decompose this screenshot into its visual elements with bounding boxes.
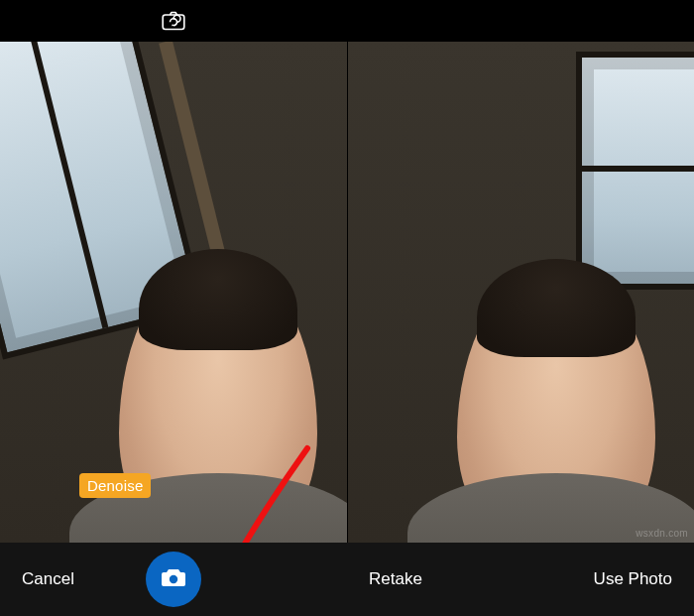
camera-bottom-bar: Cancel Retake Use Photo: [0, 543, 694, 616]
person-face: [119, 255, 317, 543]
review-controls: Retake Use Photo: [347, 543, 694, 616]
denoise-badge[interactable]: Denoise: [79, 473, 151, 498]
camera-icon: [161, 566, 186, 592]
cancel-button[interactable]: Cancel: [22, 569, 74, 589]
use-photo-button[interactable]: Use Photo: [594, 569, 672, 589]
camera-flip-icon[interactable]: [162, 11, 185, 31]
watermark-text: wsxdn.com: [636, 528, 688, 539]
svg-point-1: [170, 575, 177, 583]
person-face: [457, 265, 655, 543]
captured-photo-pane: [347, 42, 694, 543]
photo-compare-panes: Denoise: [0, 42, 694, 543]
live-preview-pane: Denoise: [0, 42, 347, 543]
camera-top-bar: [0, 0, 347, 42]
retake-button[interactable]: Retake: [369, 569, 422, 589]
capture-controls: Cancel: [0, 543, 347, 616]
window-graphic: [576, 52, 694, 290]
shutter-button[interactable]: [146, 552, 201, 607]
